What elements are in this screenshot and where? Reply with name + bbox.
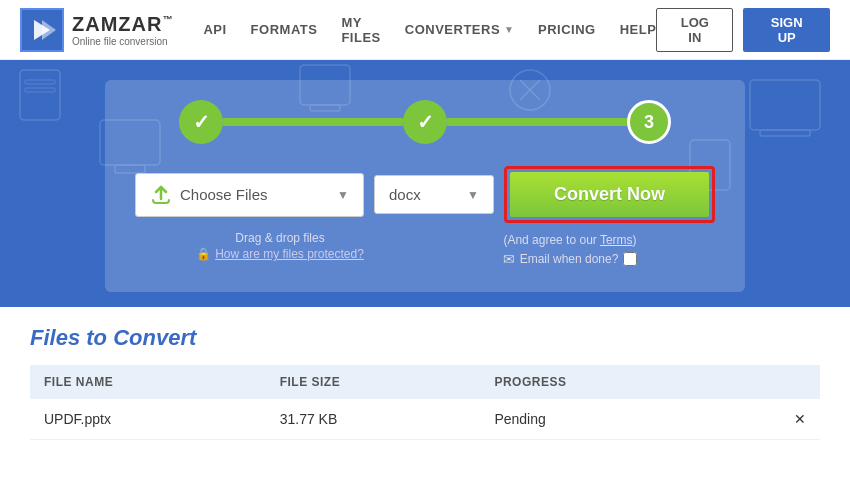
logo-icon — [20, 8, 64, 52]
lock-icon: 🔒 — [196, 247, 211, 261]
files-table-header: FILE NAME FILE SIZE PROGRESS — [30, 365, 820, 399]
choose-files-button[interactable]: Choose Files ▼ — [135, 173, 364, 217]
nav-help[interactable]: HELP — [620, 22, 657, 37]
step-2-circle: ✓ — [403, 100, 447, 144]
header: ZAMZAR™ Online file conversion API FORMA… — [0, 0, 850, 60]
step-3-circle: 3 — [627, 100, 671, 144]
steps-indicator: ✓ ✓ 3 — [135, 100, 715, 144]
nav-buttons: LOG IN SIGN UP — [656, 8, 830, 52]
format-select[interactable]: docx ▼ — [374, 175, 494, 214]
step-1-circle: ✓ — [179, 100, 223, 144]
upload-icon — [150, 184, 172, 206]
files-table-header-row: FILE NAME FILE SIZE PROGRESS — [30, 365, 820, 399]
drag-drop-text: Drag & drop files — [135, 231, 425, 245]
nav-converters-link[interactable]: CONVERTERS — [405, 22, 500, 37]
converters-chevron-icon: ▼ — [504, 24, 514, 35]
col-progress: PROGRESS — [480, 365, 723, 399]
sub-info-row: Drag & drop files 🔒 How are my files pro… — [135, 231, 715, 267]
format-value: docx — [389, 186, 421, 203]
nav-api[interactable]: API — [203, 22, 226, 37]
choose-files-sub: Drag & drop files 🔒 How are my files pro… — [135, 231, 425, 267]
cell-filename: UPDF.pptx — [30, 399, 266, 440]
choose-files-chevron-icon: ▼ — [337, 188, 349, 202]
format-chevron-icon: ▼ — [467, 188, 479, 202]
login-button[interactable]: LOG IN — [656, 8, 733, 52]
step-line-2 — [447, 118, 627, 126]
cell-filesize: 31.77 KB — [266, 399, 481, 440]
logo-sub: Online file conversion — [72, 36, 173, 47]
logo-text: ZAMZAR™ Online file conversion — [72, 13, 173, 47]
controls-row: Choose Files ▼ docx ▼ Convert Now — [135, 166, 715, 223]
svg-rect-7 — [750, 80, 820, 130]
email-label: Email when done? — [520, 252, 619, 266]
protect-link[interactable]: How are my files protected? — [215, 247, 364, 261]
logo-name: ZAMZAR™ — [72, 13, 173, 36]
nav-pricing[interactable]: PRICING — [538, 22, 596, 37]
files-table: FILE NAME FILE SIZE PROGRESS UPDF.pptx 3… — [30, 365, 820, 440]
files-section: Files to Convert FILE NAME FILE SIZE PRO… — [0, 307, 850, 440]
files-title: Files to Convert — [30, 325, 820, 351]
email-done-row: ✉ Email when done? — [503, 251, 638, 267]
nav-converters[interactable]: CONVERTERS ▼ — [405, 22, 514, 37]
svg-marker-1 — [42, 20, 56, 40]
nav-my-files[interactable]: MY FILES — [341, 15, 380, 45]
convert-now-button[interactable]: Convert Now — [510, 172, 709, 217]
logo: ZAMZAR™ Online file conversion — [20, 8, 173, 52]
svg-rect-3 — [25, 80, 55, 84]
col-filename: FILE NAME — [30, 365, 266, 399]
signup-button[interactable]: SIGN UP — [743, 8, 830, 52]
email-checkbox[interactable] — [623, 252, 637, 266]
terms-link[interactable]: Terms — [600, 233, 633, 247]
logo-chevron-icon — [28, 16, 56, 44]
svg-rect-4 — [25, 88, 55, 92]
svg-rect-8 — [760, 130, 810, 136]
cell-progress: Pending — [480, 399, 723, 440]
table-row: UPDF.pptx 31.77 KB Pending ✕ — [30, 399, 820, 440]
convert-now-wrapper: Convert Now — [504, 166, 715, 223]
col-filesize: FILE SIZE — [266, 365, 481, 399]
conversion-card: ✓ ✓ 3 Choose Files ▼ — [105, 80, 745, 292]
hero-section: ✓ ✓ 3 Choose Files ▼ — [0, 60, 850, 307]
email-icon: ✉ — [503, 251, 515, 267]
main-nav: API FORMATS MY FILES CONVERTERS ▼ PRICIN… — [203, 15, 656, 45]
col-actions — [723, 365, 820, 399]
convert-sub-area: (And agree to our Terms) ✉ Email when do… — [425, 231, 715, 267]
step-line-1 — [223, 118, 403, 126]
nav-formats[interactable]: FORMATS — [251, 22, 318, 37]
cell-close[interactable]: ✕ — [723, 399, 820, 440]
svg-rect-2 — [20, 70, 60, 120]
files-table-body: UPDF.pptx 31.77 KB Pending ✕ — [30, 399, 820, 440]
terms-text: (And agree to our Terms) — [503, 231, 636, 247]
protect-link-row: 🔒 How are my files protected? — [135, 247, 425, 261]
